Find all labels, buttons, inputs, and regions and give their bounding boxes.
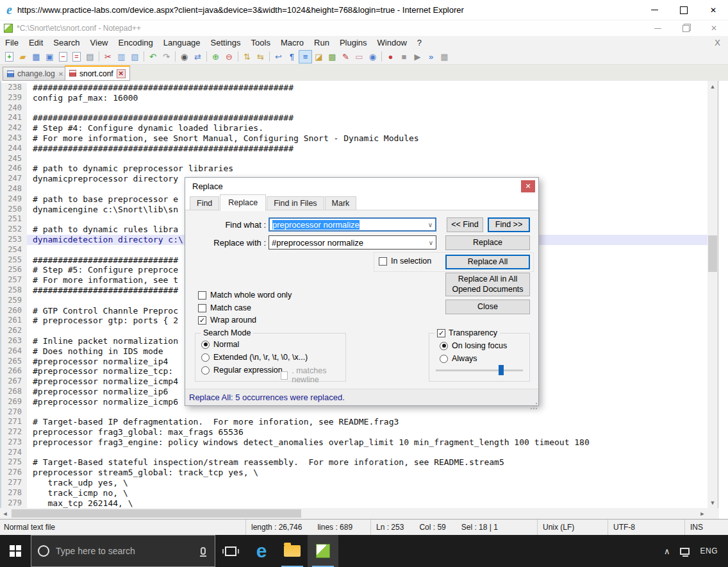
ie-maximize-button[interactable] bbox=[669, 0, 699, 20]
code-line-246[interactable]: 246# path to dynamic preprocessor librar… bbox=[1, 164, 707, 174]
npp-restore-button[interactable] bbox=[672, 21, 700, 36]
tab-close-icon[interactable]: ✕ bbox=[117, 69, 126, 78]
ie-minimize-button[interactable] bbox=[640, 0, 669, 20]
open-folder-icon[interactable]: ▰ bbox=[16, 50, 29, 63]
paste-icon[interactable]: ▧ bbox=[128, 50, 142, 63]
slider-thumb[interactable] bbox=[499, 365, 504, 375]
dialog-tab-find-in-files[interactable]: Find in Files bbox=[267, 196, 324, 210]
microphone-icon[interactable] bbox=[201, 547, 206, 555]
code-line-239[interactable]: 239config paf_max: 16000 bbox=[1, 93, 707, 103]
horizontal-scrollbar[interactable]: ◄ ► bbox=[0, 508, 707, 519]
find-prev-button[interactable]: << Find bbox=[447, 217, 483, 232]
print-icon[interactable]: ▤ bbox=[83, 50, 97, 63]
indent-guide-icon[interactable]: ≡ bbox=[299, 50, 312, 63]
macro-save-icon[interactable]: ▦ bbox=[438, 50, 451, 63]
search-mode-regex-radio[interactable]: Regular expression bbox=[201, 366, 283, 375]
in-selection-checkbox[interactable]: In selection bbox=[379, 257, 431, 266]
code-line-272[interactable]: 272preprocessor frag3_global: max_frags … bbox=[1, 427, 707, 437]
file-explorer-button[interactable] bbox=[277, 535, 308, 567]
code-line-238[interactable]: 238#####################################… bbox=[1, 83, 707, 93]
transparency-on-losing-focus-radio[interactable]: On losing focus bbox=[440, 341, 507, 350]
code-line-243[interactable]: 243# For more information, see Snort Man… bbox=[1, 133, 707, 144]
code-line-271[interactable]: 271# Target-based IP defragmentation. Fo… bbox=[1, 417, 707, 427]
zoom-out-icon[interactable]: ⊖ bbox=[222, 50, 236, 63]
word-wrap-icon[interactable]: ↩ bbox=[272, 50, 285, 63]
start-button[interactable] bbox=[0, 535, 31, 567]
undo-icon[interactable]: ↶ bbox=[146, 50, 160, 63]
code-line-279[interactable]: 279 max_tcp 262144, \ bbox=[1, 498, 707, 508]
edit-pencil-icon[interactable]: ✎ bbox=[339, 50, 352, 63]
search-mode-normal-radio[interactable]: Normal bbox=[201, 340, 239, 349]
menu-item-[interactable]: ? bbox=[412, 37, 427, 49]
dialog-tab-find[interactable]: Find bbox=[190, 196, 219, 210]
cut-icon[interactable]: ✂ bbox=[101, 50, 115, 63]
menubar-close-icon[interactable]: X bbox=[715, 38, 720, 47]
monitoring-eye-icon[interactable]: ◉ bbox=[366, 50, 379, 63]
horizontal-scroll-thumb[interactable] bbox=[12, 509, 301, 518]
code-line-242[interactable]: 242# Step #4: Configure dynamic loaded l… bbox=[1, 123, 707, 133]
vertical-scrollbar[interactable]: ▲ ▼ bbox=[707, 81, 718, 508]
menu-item-settings[interactable]: Settings bbox=[206, 37, 246, 49]
wrap-around-checkbox[interactable]: Wrap around bbox=[198, 316, 256, 325]
npp-close-button[interactable] bbox=[700, 21, 728, 36]
match-case-checkbox[interactable]: Match case bbox=[198, 303, 251, 312]
menu-item-plugins[interactable]: Plugins bbox=[335, 37, 372, 49]
scroll-left-icon[interactable]: ◄ bbox=[0, 508, 10, 519]
code-line-273[interactable]: 273preprocessor frag3_engine: policy win… bbox=[1, 437, 707, 448]
dialog-close-icon[interactable]: ✕ bbox=[521, 180, 535, 192]
document-map-icon[interactable]: ▩ bbox=[326, 50, 339, 63]
replace-button[interactable]: Replace bbox=[445, 235, 530, 250]
menu-item-view[interactable]: View bbox=[85, 37, 113, 49]
show-all-characters-icon[interactable]: ¶ bbox=[285, 50, 299, 63]
code-line-275[interactable]: 275# Target-Based stateful inspection/st… bbox=[1, 457, 707, 468]
search-mode-extended-radio[interactable]: Extended (\n, \r, \t, \0, \x...) bbox=[201, 353, 308, 362]
task-view-button[interactable] bbox=[215, 535, 246, 567]
replace-icon[interactable]: ⇄ bbox=[191, 50, 204, 63]
macro-play-icon[interactable]: ▶ bbox=[411, 50, 424, 63]
dialog-tab-replace[interactable]: Replace bbox=[220, 194, 266, 211]
chevron-down-icon[interactable]: ∨ bbox=[429, 239, 433, 246]
taskbar-search-input[interactable]: Type here to search bbox=[31, 535, 215, 567]
notepadpp-taskbar-button[interactable] bbox=[308, 535, 338, 567]
network-icon[interactable] bbox=[680, 548, 690, 555]
code-line-244[interactable]: 244#####################################… bbox=[1, 144, 707, 154]
code-line-241[interactable]: 241#####################################… bbox=[1, 113, 707, 123]
replace-with-combobox[interactable]: #preprocessor normalize ∨ bbox=[269, 235, 436, 250]
code-line-240[interactable]: 240 bbox=[1, 103, 707, 114]
chevron-down-icon[interactable]: ∨ bbox=[428, 221, 433, 228]
close-doc-icon[interactable]: − bbox=[56, 50, 70, 63]
tab-close-icon[interactable]: ✕ bbox=[58, 71, 63, 78]
macro-record-icon[interactable]: ● bbox=[384, 50, 397, 63]
save-icon[interactable]: ▦ bbox=[29, 50, 43, 63]
close-all-icon[interactable]: = bbox=[70, 50, 83, 63]
menu-item-tools[interactable]: Tools bbox=[246, 37, 276, 49]
macro-run-multiple-icon[interactable]: » bbox=[424, 50, 438, 63]
menu-item-edit[interactable]: Edit bbox=[24, 37, 48, 49]
transparency-slider[interactable] bbox=[436, 369, 523, 371]
vertical-scroll-thumb[interactable] bbox=[708, 235, 717, 272]
tab-change-log[interactable]: change.log ✕ bbox=[3, 67, 68, 81]
scroll-down-icon[interactable]: ▼ bbox=[707, 497, 718, 508]
replace-all-button[interactable]: Replace All bbox=[445, 255, 530, 269]
code-line-245[interactable]: 245 bbox=[1, 154, 707, 164]
folder-workspace-icon[interactable]: ▭ bbox=[352, 50, 366, 63]
resize-grip[interactable] bbox=[536, 403, 537, 404]
redo-icon[interactable]: ↷ bbox=[160, 50, 173, 63]
code-line-277[interactable]: 277 track_udp yes, \ bbox=[1, 478, 707, 488]
scroll-up-icon[interactable]: ▲ bbox=[707, 81, 718, 92]
dialog-tab-mark[interactable]: Mark bbox=[325, 196, 357, 210]
code-line-274[interactable]: 274 bbox=[1, 448, 707, 458]
scroll-right-icon[interactable]: ► bbox=[697, 508, 707, 519]
user-dialog-icon[interactable]: ◪ bbox=[312, 50, 326, 63]
code-line-270[interactable]: 270 bbox=[1, 407, 707, 418]
sync-horizontal-icon[interactable]: ⇆ bbox=[254, 50, 267, 63]
match-whole-word-checkbox[interactable]: Match whole word only bbox=[198, 291, 292, 300]
code-line-278[interactable]: 278 track_icmp no, \ bbox=[1, 488, 707, 498]
menu-item-window[interactable]: Window bbox=[372, 37, 412, 49]
macro-stop-icon[interactable]: ■ bbox=[397, 50, 411, 63]
find-what-combobox[interactable]: preprocessor normalize ∨ bbox=[269, 217, 436, 232]
find-icon[interactable]: ◉ bbox=[178, 50, 191, 63]
replace-all-docs-button[interactable]: Replace All in All Opened Documents bbox=[445, 273, 530, 296]
tray-chevron-icon[interactable]: ∧ bbox=[664, 546, 670, 556]
menu-item-file[interactable]: File bbox=[0, 37, 24, 49]
